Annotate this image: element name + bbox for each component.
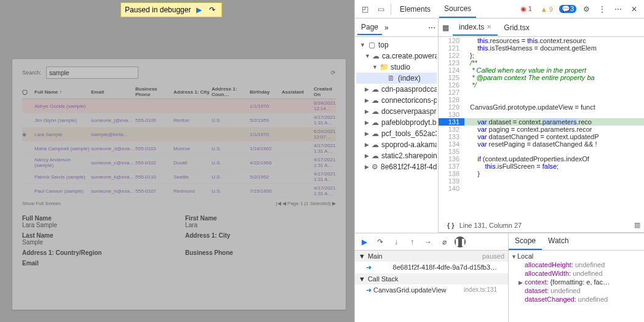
gear-icon: ⚙: [372, 163, 378, 171]
nav-icon[interactable]: ▦: [439, 23, 453, 32]
overflow-icon[interactable]: »: [384, 23, 389, 32]
tree-file[interactable]: 🗎(index): [356, 73, 437, 84]
watch-tab[interactable]: Watch: [542, 233, 575, 250]
cloud-icon: ☁: [372, 107, 379, 116]
cursor-status: Line 131, Column 27: [459, 222, 522, 229]
more-icon[interactable]: ⋯: [612, 3, 624, 15]
scope-tab[interactable]: Scope: [509, 233, 542, 250]
tree-domain[interactable]: ▶☁connectoricons-p…: [356, 95, 437, 106]
search-input[interactable]: [46, 66, 138, 79]
more-icon[interactable]: ⋯: [428, 23, 435, 32]
devtools: ◰ ▭ Elements Sources ◉ 1 ▲ 9 💬3 ⚙ ⋮ ⋯ ✕ …: [354, 0, 644, 322]
close-icon[interactable]: ✕: [628, 3, 640, 15]
file-tree: ▼▢top ▼☁ca.create.powera… ▼📁studio 🗎(ind…: [355, 37, 438, 233]
tree-domain[interactable]: ▶☁docserverpaaspro…: [356, 106, 437, 117]
thread-row[interactable]: ➜ 8e681f2f-418f-4dfe-9a7d-d15fb3…: [355, 262, 508, 273]
deactivate-breakpoints-button[interactable]: ⌀: [439, 236, 450, 248]
cloud-icon: ☁: [372, 96, 379, 105]
warning-badge[interactable]: ▲ 9: [538, 6, 555, 13]
stack-frame[interactable]: ➜ CanvasGrid.updateViewindex.ts:131: [355, 284, 508, 296]
scope-variable[interactable]: datasetChanged: undefined: [510, 295, 643, 304]
app-card: Search: ⟳ ◯ Full Name ↑ Email Business P…: [12, 59, 346, 310]
tree-domain[interactable]: ▼☁ca.create.powera…: [356, 50, 437, 62]
search-label: Search:: [22, 70, 41, 76]
grid-header: ◯ Full Name ↑ Email Business Phone Addre…: [22, 85, 336, 99]
coverage-icon[interactable]: ▥: [634, 221, 640, 229]
step-over-button[interactable]: ↷: [375, 236, 386, 248]
table-row[interactable]: Abbye Gockle (sample)1/1/19706/24/2021 1…: [22, 99, 336, 113]
refresh-icon[interactable]: ⟳: [331, 70, 336, 76]
table-row[interactable]: ◉Lara Samplelsample@fortis…1/1/19706/24/…: [22, 127, 336, 142]
table-row[interactable]: Patrick Sands (sample)someone_k@exa…555-…: [22, 170, 336, 184]
table-row[interactable]: Maria Campbell (sample)someone_d@exa…555…: [22, 142, 336, 156]
error-badge[interactable]: ◉ 1: [518, 5, 535, 13]
scope-variable[interactable]: allocatedHeight: undefined: [510, 260, 643, 269]
gear-icon[interactable]: ⚙: [580, 3, 592, 15]
page-tab[interactable]: Page: [357, 20, 382, 35]
pager[interactable]: |◀ ◀ Page 1 (1 Selected) ▶: [276, 201, 336, 206]
tree-domain[interactable]: ▶☁pafeblobprodyt.b…: [356, 117, 437, 128]
file-icon: 🗎: [387, 74, 396, 83]
tab-elements[interactable]: Elements: [395, 1, 435, 17]
table-row[interactable]: Jim Glynn (sample)someone_j@exa…555-0109…: [22, 113, 336, 127]
select-all-icon[interactable]: ◯: [22, 89, 33, 95]
info-badge[interactable]: 💬3: [559, 5, 576, 13]
cloud-icon: ☁: [372, 129, 379, 138]
step-over-icon[interactable]: ↷: [207, 4, 218, 15]
paused-in-debugger-pill: Paused in debugger ▶ ↷: [121, 2, 222, 17]
editor-tab-grid[interactable]: Grid.tsx: [498, 20, 535, 35]
fullscreen-hint[interactable]: Show Full Screen: [22, 201, 61, 206]
threads-head[interactable]: ▼Mainpaused: [355, 251, 508, 262]
tab-sources[interactable]: Sources: [439, 1, 476, 18]
inspect-icon[interactable]: ◰: [359, 3, 371, 15]
scope-variable[interactable]: allocatedWidth: undefined: [510, 269, 643, 278]
tree-folder[interactable]: ▼📁studio: [356, 62, 437, 73]
cloud-icon: ☁: [372, 52, 380, 60]
folder-icon: 📁: [380, 63, 388, 71]
resume-icon[interactable]: ▶: [193, 4, 204, 15]
tree-domain[interactable]: ▶⚙8e681f2f-418f-4dfe…: [356, 161, 437, 172]
cloud-icon: ☁: [372, 140, 379, 149]
resume-button[interactable]: ▶: [359, 236, 370, 248]
cloud-icon: ☁: [372, 85, 379, 94]
table-row[interactable]: Paul Cannon (sample)someone_h@exa…555-01…: [22, 184, 336, 198]
step-into-button[interactable]: ↓: [391, 236, 402, 248]
step-out-button[interactable]: ↑: [407, 236, 418, 248]
pause-exceptions-button[interactable]: ❚❚: [455, 236, 466, 248]
scope-local[interactable]: ▼Local: [510, 252, 643, 260]
callstack-head[interactable]: ▼Call Stack: [355, 273, 508, 284]
cloud-icon: ☁: [372, 151, 379, 160]
form-area: Full NameLara Sample First NameLara Last…: [22, 209, 336, 273]
scope-variable[interactable]: dataset: undefined: [510, 286, 643, 295]
tree-domain[interactable]: ▶☁static2.sharepoin…: [356, 150, 437, 161]
tree-top[interactable]: ▼▢top: [356, 39, 437, 50]
tree-domain[interactable]: ▶☁pcf_tools_652ac3…: [356, 128, 437, 139]
table-row[interactable]: Nancy Anderson (sample)someone_c@exa…555…: [22, 156, 336, 170]
step-button[interactable]: →: [423, 236, 434, 248]
menu-icon[interactable]: ⋮: [596, 3, 608, 15]
editor-tab-index[interactable]: index.ts✕: [453, 20, 498, 36]
tree-domain[interactable]: ▶☁cdn-paasprodcca…: [356, 84, 437, 95]
format-icon[interactable]: { }: [447, 222, 455, 229]
paused-text: Paused in debugger: [125, 6, 191, 14]
device-icon[interactable]: ▭: [375, 3, 387, 15]
tree-domain[interactable]: ▶☁spoprod-a.akama…: [356, 139, 437, 150]
code-editor[interactable]: 120 this.resources = this.context.resour…: [439, 37, 644, 218]
close-icon[interactable]: ✕: [487, 23, 491, 30]
cloud-icon: ☁: [372, 118, 379, 127]
scope-variable[interactable]: ▶context: {formatting: e, fac…: [510, 278, 643, 286]
